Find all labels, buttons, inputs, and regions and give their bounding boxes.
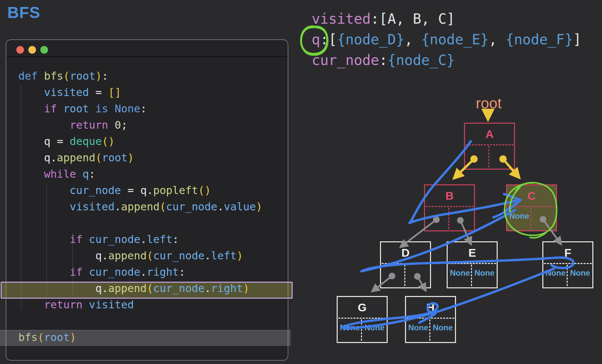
code-token: (: [160, 200, 166, 213]
node-value-pointer-divider: [382, 263, 429, 264]
code-line-11: if cur_node.left:: [70, 231, 179, 248]
node-value-pointer-divider: [338, 318, 386, 319]
node-value-pointer-divider: [544, 263, 592, 264]
titlebar-separator: [6, 56, 288, 57]
zoom-button-icon[interactable]: [40, 46, 48, 54]
code-token: =: [89, 86, 108, 99]
code-token: visited: [70, 200, 115, 213]
code-token: (): [102, 135, 115, 148]
node-value-pointer-divider: [448, 263, 496, 264]
state-token: cur_node: [312, 52, 379, 68]
code-token: .: [205, 249, 211, 262]
code-line-1: def bfs(root):: [18, 68, 108, 84]
node-label-h: H: [406, 301, 455, 314]
tree-node-a: A: [464, 123, 515, 170]
state-area: visited:[A, B, C]q:[{node_D}, {node_E}, …: [312, 9, 581, 71]
node-f-right-none: None: [568, 268, 593, 278]
code-line-8: cur_node = q.popleft(): [70, 182, 211, 199]
node-g-right-none: None: [362, 323, 387, 332]
code-line-14: q.append(cur_node.right): [95, 280, 249, 297]
code-token: return: [44, 298, 89, 311]
code-token: ): [243, 282, 249, 295]
code-line-13: if cur_node.right:: [70, 264, 185, 280]
code-token: value: [224, 200, 256, 213]
node-g-left-none: None: [338, 323, 362, 332]
code-token: append: [121, 200, 160, 213]
code-token: if: [44, 102, 63, 115]
code-token: ): [256, 200, 262, 213]
code-token: (: [147, 282, 153, 295]
code-token: .: [205, 282, 211, 295]
state-token: ,: [404, 31, 421, 48]
tree-node-d: D: [380, 241, 431, 288]
code-token: :: [102, 70, 108, 82]
code-token: right: [211, 282, 243, 295]
page-title: BFS: [7, 3, 40, 22]
code-token: root: [102, 151, 127, 164]
state-token: {node_E}: [421, 31, 489, 48]
minimize-button-icon[interactable]: [28, 46, 36, 54]
code-token: def: [18, 70, 44, 82]
state-token: ]: [573, 31, 581, 48]
code-token: q.: [44, 151, 57, 164]
code-token: cur_node: [89, 233, 140, 246]
code-token: append: [57, 151, 96, 164]
state-token: :: [320, 31, 328, 48]
node-h-right-none: None: [431, 323, 455, 332]
state-line-visited: visited:[A, B, C]: [312, 9, 581, 29]
state-token: [A, B, C]: [379, 11, 455, 27]
code-token: q: [83, 168, 89, 180]
call-line-highlight: [0, 330, 291, 346]
code-token: []: [108, 86, 121, 99]
code-token: q.: [95, 249, 108, 262]
tree-node-g: GNoneNone: [337, 296, 388, 343]
node-h-left-none: None: [406, 323, 431, 332]
node-value-pointer-divider: [466, 144, 513, 145]
code-token: .: [217, 200, 224, 213]
node-label-e: E: [448, 246, 497, 259]
tree-node-f: FNoneNone: [542, 241, 593, 288]
code-token: .: [140, 233, 147, 246]
state-token: ,: [489, 31, 506, 48]
tree-node-e: ENoneNone: [447, 241, 498, 288]
code-token: right: [147, 266, 179, 278]
node-pointer-divider: [404, 265, 405, 286]
code-token: if: [70, 233, 89, 246]
node-label-b: B: [425, 189, 474, 202]
state-line-queue: q:[{node_D}, {node_E}, {node_F}]: [312, 29, 581, 50]
close-button-icon[interactable]: [16, 46, 24, 54]
node-c-left-none: None: [507, 211, 532, 221]
indent-guide: [21, 85, 21, 310]
code-token: (): [198, 184, 211, 197]
node-label-g: G: [338, 301, 387, 314]
code-token: append: [108, 282, 147, 295]
code-line-12: q.append(cur_node.left): [95, 248, 243, 264]
code-token: (: [63, 70, 70, 82]
code-token: visited: [44, 86, 89, 99]
state-line-cur-node: cur_node:{node_C}: [312, 50, 581, 71]
code-line-3: if root is None:: [44, 101, 147, 117]
code-token: left: [211, 249, 237, 262]
node-e-left-none: None: [448, 268, 472, 278]
code-token: popleft: [153, 184, 198, 197]
code-token: root: [63, 102, 95, 115]
code-token: q.: [95, 282, 108, 295]
state-token: {node_D}: [337, 31, 404, 48]
code-token: :: [179, 266, 185, 278]
code-token: (: [147, 249, 153, 262]
code-line-5: q = deque(): [44, 133, 115, 150]
node-e-right-none: None: [472, 268, 497, 278]
code-token: cur_node: [166, 200, 217, 213]
state-token: :: [379, 52, 387, 68]
state-token: q: [312, 31, 320, 48]
page-root: BFS def bfs(root):visited = []if root is…: [0, 0, 602, 364]
indent-guide: [46, 184, 47, 296]
state-token: [: [329, 31, 337, 48]
root-pointer-label: root: [466, 95, 511, 112]
green-circle-node-c-tail: [530, 233, 546, 238]
code-token: while: [44, 168, 83, 180]
code-token: return: [70, 119, 115, 131]
code-token: visited: [89, 298, 134, 311]
code-token: :: [89, 168, 95, 180]
code-token: ;: [121, 119, 127, 131]
